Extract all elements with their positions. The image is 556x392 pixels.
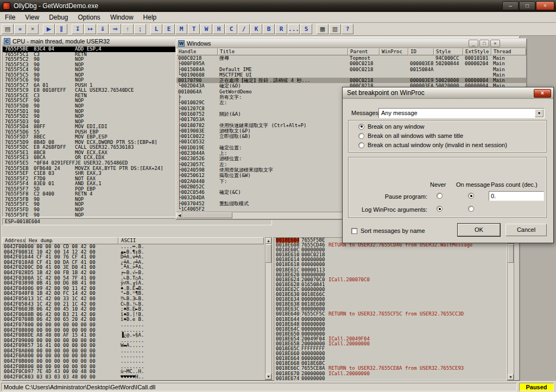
checkbox-icon bbox=[351, 228, 357, 234]
cpu-button[interactable]: C bbox=[225, 24, 237, 34]
source-button[interactable]: S bbox=[300, 24, 312, 34]
menu-file[interactable]: File bbox=[0, 12, 20, 22]
dump-hex: 03 03 03 03 03 48 00 00 bbox=[28, 375, 96, 380]
child-close-button[interactable]: × bbox=[490, 40, 500, 47]
column-header-thread[interactable]: Thread bbox=[491, 48, 526, 55]
options-icon[interactable]: ▦ bbox=[317, 24, 328, 34]
animate-into-icon[interactable]: ⇓ bbox=[97, 24, 109, 34]
dump-scrollbar[interactable]: ▲ ▼ bbox=[265, 237, 272, 380]
column-header-parent[interactable]: Parent bbox=[348, 48, 380, 55]
column-header-winproc[interactable]: WinProc bbox=[380, 48, 408, 55]
window-list-cell: ├0019003E bbox=[176, 128, 218, 134]
window-list-cell: 確定(&C) bbox=[218, 189, 348, 195]
column-header-handle[interactable]: Handle bbox=[176, 48, 218, 55]
menu-view[interactable]: View bbox=[20, 12, 44, 22]
cancel-button[interactable]: Cancel bbox=[506, 224, 547, 236]
breakpoints-button[interactable]: B bbox=[263, 24, 275, 34]
window-list-cell bbox=[218, 61, 348, 66]
step-over-icon[interactable]: ↦ bbox=[84, 24, 96, 34]
patches-button[interactable]: / bbox=[238, 24, 250, 34]
stack-row[interactable]: 0018E67400000000 bbox=[274, 376, 507, 381]
window-list-row[interactable]: └00190608MSCTFIME UIMain bbox=[176, 72, 526, 78]
references-button[interactable]: R bbox=[275, 24, 287, 34]
window-list-cell: 00010101 bbox=[463, 55, 491, 61]
pass-count-input[interactable] bbox=[489, 191, 544, 201]
minimize-button[interactable]: – bbox=[502, 1, 519, 10]
window-list-cell: 000C0218 bbox=[348, 78, 380, 83]
menu-options[interactable]: Options bbox=[73, 12, 105, 22]
restart-icon[interactable]: « bbox=[14, 24, 26, 34]
stack-pane[interactable]: 0018E6047655F5BE0018E6087655CD46RETURN t… bbox=[274, 237, 507, 381]
child-restore-button[interactable]: □ bbox=[479, 40, 489, 47]
run-icon[interactable]: ▶ bbox=[43, 24, 55, 34]
column-header-style[interactable]: Style bbox=[434, 48, 463, 55]
scroll-up-icon[interactable]: ▲ bbox=[266, 238, 271, 244]
stack-scrollbar[interactable]: ▲ ▼ bbox=[507, 237, 514, 381]
scrollbar-thumb[interactable] bbox=[266, 244, 271, 263]
window-list-cell: 游標位置: bbox=[218, 156, 348, 161]
window-list-row[interactable]: ├000F095A000C0218000003E8502008440000020… bbox=[176, 61, 526, 66]
execute-till-return-icon[interactable]: ↑ bbox=[122, 24, 134, 34]
log-window-button[interactable]: L bbox=[150, 24, 162, 34]
window-list-cell bbox=[348, 72, 380, 78]
column-header-never: Never bbox=[430, 181, 446, 188]
scroll-left-icon[interactable]: ◀ bbox=[176, 212, 182, 218]
messages-label: Messages: bbox=[351, 110, 380, 116]
ok-button[interactable]: OK bbox=[458, 224, 500, 236]
messages-select[interactable]: Any message ▼ bbox=[378, 108, 545, 118]
dump-row[interactable]: 0042F0C803 03 03 03 03 48 00 00♥♥♥♥♥H.. bbox=[2, 375, 265, 380]
dialog-close-icon[interactable]: × bbox=[534, 89, 551, 98]
menu-help[interactable]: Help bbox=[138, 12, 162, 22]
dialog-titlebar[interactable]: Set breakpoint on WinProc × bbox=[343, 87, 553, 99]
dump-column-address[interactable]: Address bbox=[2, 237, 26, 244]
radio-log-on-message[interactable] bbox=[468, 206, 474, 212]
messages-value: Any message bbox=[381, 110, 418, 116]
window-list-cell: 94C000CC bbox=[434, 55, 463, 61]
maximize-button[interactable]: □ bbox=[519, 1, 535, 10]
chevron-down-icon[interactable]: ▼ bbox=[535, 109, 544, 117]
radio-break-any-window[interactable]: Break on any window bbox=[358, 123, 425, 130]
window-list-cell: 揭取位置(&W) bbox=[218, 173, 348, 178]
column-header-title[interactable]: Title bbox=[218, 48, 348, 55]
dump-column-hex-dump[interactable]: Hex dump bbox=[26, 237, 118, 244]
child-minimize-button[interactable]: _ bbox=[469, 40, 478, 47]
run-trace-button[interactable]: ... bbox=[288, 24, 300, 34]
radio-pause-on-message[interactable] bbox=[468, 193, 474, 199]
radio-pause-never[interactable] bbox=[437, 193, 443, 199]
radio-break-same-title[interactable]: Break on all windows with same title bbox=[358, 132, 463, 139]
pause-icon[interactable]: ∥ bbox=[55, 24, 67, 34]
menu-debug[interactable]: Debug bbox=[44, 12, 73, 22]
scrollbar-thumb[interactable] bbox=[182, 212, 232, 218]
windows-button[interactable]: W bbox=[200, 24, 212, 34]
windows-window-title: Windows bbox=[187, 40, 211, 47]
scroll-down-icon[interactable]: ▼ bbox=[266, 374, 271, 380]
threads-button[interactable]: T bbox=[188, 24, 200, 34]
handles-button[interactable]: H bbox=[213, 24, 225, 34]
dump-column-ascii[interactable]: ASCII bbox=[118, 237, 264, 244]
call-stack-button[interactable]: K bbox=[250, 24, 262, 34]
radio-break-actual-window[interactable]: Break on actual window only (invalid in … bbox=[358, 142, 507, 148]
column-header-extstyle[interactable]: ExtStyle bbox=[463, 48, 491, 55]
windows-window-titlebar[interactable]: W Windows _ □ × bbox=[176, 39, 526, 48]
step-into-icon[interactable]: ↧ bbox=[72, 24, 84, 34]
menu-window[interactable]: Window bbox=[105, 12, 138, 22]
hex-dump-pane[interactable]: 0042F00000 00 00 00 CD 08 42 00....═.B.0… bbox=[2, 244, 265, 380]
sort-messages-checkbox[interactable]: Sort messages by name bbox=[351, 227, 425, 234]
executable-modules-button[interactable]: E bbox=[163, 24, 175, 34]
help-icon[interactable]: ? bbox=[342, 24, 353, 34]
appearance-icon[interactable]: ▥ bbox=[329, 24, 341, 34]
scrollbar-thumb[interactable] bbox=[508, 244, 514, 263]
radio-log-never[interactable] bbox=[437, 206, 443, 212]
window-list-row[interactable]: 000C0218搜尋Topmost94C000CC00010101Main bbox=[176, 55, 526, 61]
open-icon[interactable]: ▤ bbox=[2, 24, 14, 34]
dump-ascii: ........ bbox=[121, 323, 144, 328]
close-file-icon[interactable]: × bbox=[27, 24, 39, 34]
column-header-id[interactable]: ID bbox=[408, 48, 434, 55]
execute-till-user-icon[interactable]: ↨ bbox=[134, 24, 146, 34]
memory-map-button[interactable]: M bbox=[175, 24, 187, 34]
scroll-down-icon[interactable]: ▼ bbox=[508, 374, 514, 380]
window-list-row[interactable]: ├0015084ADefault IME000C02180015084AMain bbox=[176, 67, 526, 72]
animate-over-icon[interactable]: ⇒ bbox=[109, 24, 121, 34]
window-list-row[interactable]: 00170790正在處理【確定】按鈕，請稍候 4 秒...000C0218000… bbox=[176, 78, 526, 83]
close-button[interactable]: × bbox=[536, 1, 554, 10]
